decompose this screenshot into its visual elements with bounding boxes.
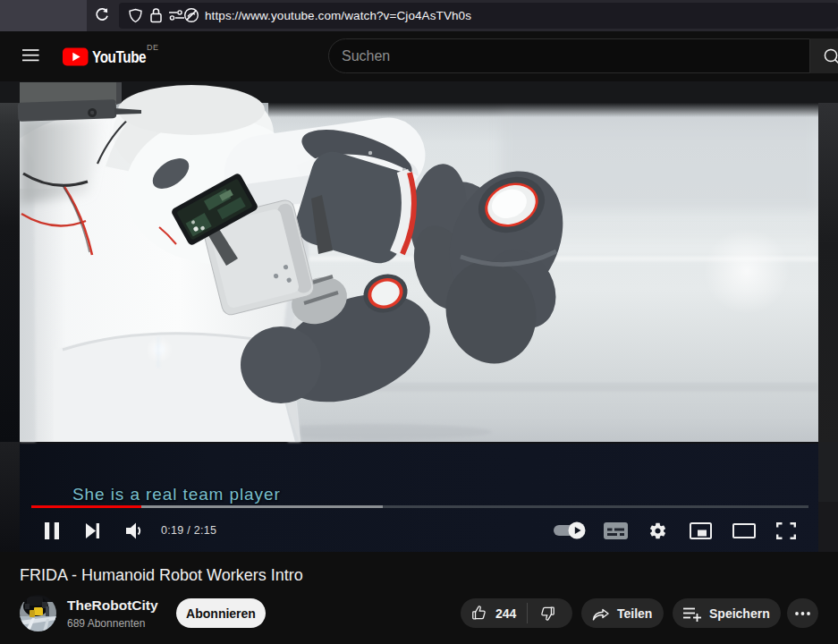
svg-text:YouTube: YouTube bbox=[92, 48, 146, 65]
